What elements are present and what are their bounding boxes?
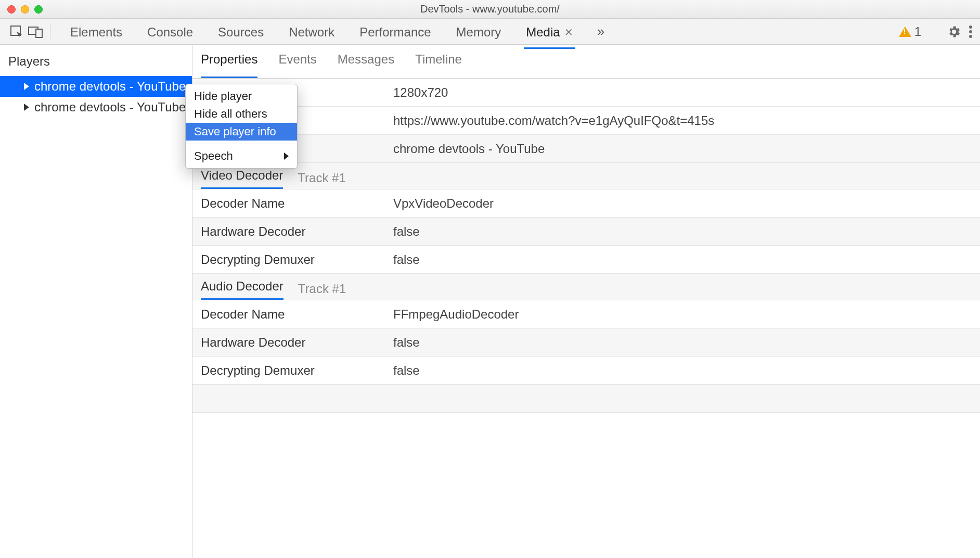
section-subtitle: Track #1 xyxy=(298,282,346,296)
subtab-properties[interactable]: Properties xyxy=(201,52,257,72)
menu-speech[interactable]: Speech xyxy=(186,147,297,165)
close-window-button[interactable] xyxy=(7,5,16,14)
player-item[interactable]: chrome devtools - YouTube xyxy=(0,97,192,118)
player-item-label: chrome devtools - YouTube xyxy=(34,79,186,94)
property-row: Resolution1280x720 xyxy=(192,79,980,107)
svg-point-3 xyxy=(969,26,972,29)
inspect-element-icon[interactable] xyxy=(7,22,26,41)
menu-hide-all-others[interactable]: Hide all others xyxy=(186,105,297,123)
window-title: DevTools - www.youtube.com/ xyxy=(0,3,980,15)
caret-right-icon xyxy=(24,104,29,111)
property-value: VpxVideoDecoder xyxy=(393,196,972,211)
more-tabs-icon[interactable]: » xyxy=(597,23,604,40)
property-row: Decrypting Demuxerfalse xyxy=(192,357,980,385)
menu-item-label: Speech xyxy=(194,149,233,163)
sidebar-title: Players xyxy=(0,45,192,76)
minimize-window-button[interactable] xyxy=(21,5,29,14)
menu-item-label: Hide all others xyxy=(194,107,267,121)
svg-rect-2 xyxy=(36,29,42,37)
property-value: FFmpegAudioDecoder xyxy=(393,307,972,322)
property-value: 1280x720 xyxy=(393,85,972,100)
context-menu: Hide player Hide all others Save player … xyxy=(185,84,298,169)
subtab-timeline[interactable]: Timeline xyxy=(415,52,462,72)
properties-rows: Resolution1280x720e URLhttps://www.youtu… xyxy=(192,79,980,413)
tab-console[interactable]: Console xyxy=(146,20,194,44)
property-label: Decoder Name xyxy=(201,196,393,211)
maximize-window-button[interactable] xyxy=(34,5,43,14)
window-titlebar: DevTools - www.youtube.com/ xyxy=(0,0,980,19)
tab-elements[interactable]: Elements xyxy=(69,20,123,44)
property-label: Hardware Decoder xyxy=(201,224,393,239)
devtools-toolbar: Elements Console Sources Network Perform… xyxy=(0,19,980,45)
section-header: Audio DecoderTrack #1 xyxy=(192,274,980,300)
property-row: e URLhttps://www.youtube.com/watch?v=e1g… xyxy=(192,107,980,135)
menu-item-label: Save player info xyxy=(194,125,276,138)
tab-media[interactable]: Media ✕ xyxy=(525,20,574,44)
section-subtitle: Track #1 xyxy=(298,171,345,185)
property-value: false xyxy=(393,252,972,267)
players-sidebar: Players chrome devtools - YouTubechrome … xyxy=(0,45,192,558)
window-controls xyxy=(0,5,43,14)
subtab-messages[interactable]: Messages xyxy=(338,52,394,72)
property-value: chrome devtools - YouTube xyxy=(393,142,972,156)
property-row: Decoder NameVpxVideoDecoder xyxy=(192,189,980,218)
property-row xyxy=(192,385,980,413)
menu-item-label: Hide player xyxy=(194,90,252,103)
tab-network[interactable]: Network xyxy=(288,20,336,44)
svg-point-5 xyxy=(969,35,972,38)
close-icon[interactable]: ✕ xyxy=(564,26,573,39)
tab-memory[interactable]: Memory xyxy=(455,20,502,44)
warnings-count: 1 xyxy=(914,24,921,39)
toolbar-right: 1 xyxy=(899,24,973,39)
kebab-menu-icon[interactable] xyxy=(969,24,973,39)
property-label: Decrypting Demuxer xyxy=(201,363,393,378)
property-row: Decoder NameFFmpegAudioDecoder xyxy=(192,300,980,328)
media-subtabs: Properties Events Messages Timeline xyxy=(192,45,980,79)
menu-save-player-info[interactable]: Save player info xyxy=(186,123,297,141)
devtools-tabs: Elements Console Sources Network Perform… xyxy=(69,20,888,44)
section-title: Audio Decoder xyxy=(201,279,283,299)
tab-sources[interactable]: Sources xyxy=(217,20,265,44)
tab-media-label: Media xyxy=(526,25,560,40)
warnings-badge[interactable]: 1 xyxy=(899,24,921,39)
property-row: Decrypting Demuxerfalse xyxy=(192,246,980,274)
property-value: false xyxy=(393,363,972,378)
tab-performance[interactable]: Performance xyxy=(358,20,432,44)
menu-hide-player[interactable]: Hide player xyxy=(186,87,297,105)
property-label: Decrypting Demuxer xyxy=(201,252,393,267)
player-item[interactable]: chrome devtools - YouTube xyxy=(0,76,192,97)
warning-icon xyxy=(899,27,911,37)
property-label: Hardware Decoder xyxy=(201,335,393,350)
property-row: e Titlechrome devtools - YouTube xyxy=(192,135,980,163)
property-label: Decoder Name xyxy=(201,307,393,322)
workspace: Players chrome devtools - YouTubechrome … xyxy=(0,45,980,558)
subtab-events[interactable]: Events xyxy=(278,52,316,72)
player-item-label: chrome devtools - YouTube xyxy=(34,100,186,115)
caret-right-icon xyxy=(24,83,29,90)
property-value: https://www.youtube.com/watch?v=e1gAyQuI… xyxy=(393,113,972,128)
main-panel: Properties Events Messages Timeline Reso… xyxy=(192,45,980,558)
gear-icon[interactable] xyxy=(947,24,961,39)
property-value: false xyxy=(393,335,972,350)
toolbar-divider xyxy=(934,24,934,39)
property-row: Hardware Decoderfalse xyxy=(192,328,980,357)
toolbar-divider xyxy=(50,24,50,39)
section-header: Video DecoderTrack #1 xyxy=(192,163,980,189)
chevron-right-icon xyxy=(284,153,289,160)
menu-separator xyxy=(186,144,297,144)
section-title: Video Decoder xyxy=(201,168,283,188)
property-value: false xyxy=(393,224,972,239)
device-toolbar-icon[interactable] xyxy=(26,22,45,41)
svg-point-4 xyxy=(969,30,972,33)
property-row: Hardware Decoderfalse xyxy=(192,218,980,246)
